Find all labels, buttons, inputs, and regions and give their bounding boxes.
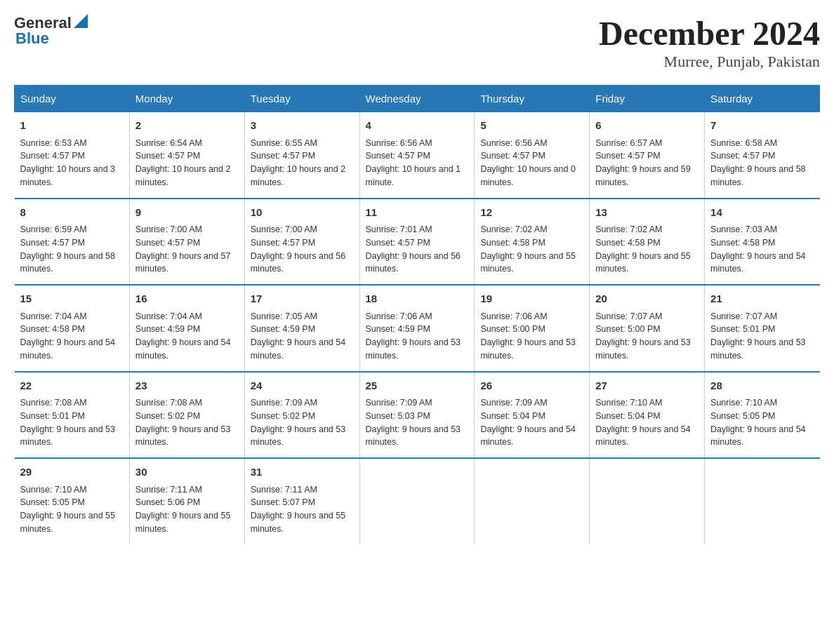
logo-blue-text: Blue: [15, 29, 49, 48]
day-info: Sunrise: 7:04 AMSunset: 4:59 PMDaylight:…: [135, 310, 239, 363]
calendar-week-row: 15Sunrise: 7:04 AMSunset: 4:58 PMDayligh…: [15, 285, 820, 372]
calendar-cell: [590, 458, 705, 544]
day-number: 30: [135, 464, 239, 481]
day-number: 9: [135, 205, 239, 221]
calendar-cell: 11Sunrise: 7:01 AMSunset: 4:57 PMDayligh…: [359, 199, 475, 286]
day-info: Sunrise: 7:00 AMSunset: 4:57 PMDaylight:…: [251, 223, 354, 276]
calendar-cell: 9Sunrise: 7:00 AMSunset: 4:57 PMDaylight…: [129, 199, 244, 286]
day-info: Sunrise: 7:07 AMSunset: 5:00 PMDaylight:…: [595, 310, 699, 363]
day-info: Sunrise: 7:10 AMSunset: 5:05 PMDaylight:…: [710, 396, 814, 449]
calendar-cell: 14Sunrise: 7:03 AMSunset: 4:58 PMDayligh…: [705, 199, 820, 286]
day-info: Sunrise: 7:00 AMSunset: 4:57 PMDaylight:…: [135, 223, 239, 276]
day-info: Sunrise: 7:11 AMSunset: 5:07 PMDaylight:…: [251, 483, 354, 536]
day-number: 7: [710, 118, 814, 134]
calendar-cell: 1Sunrise: 6:53 AMSunset: 4:57 PMDaylight…: [15, 112, 130, 199]
day-number: 4: [366, 118, 469, 134]
day-number: 21: [710, 291, 814, 307]
calendar-cell: 27Sunrise: 7:10 AMSunset: 5:04 PMDayligh…: [590, 372, 705, 459]
day-number: 5: [480, 118, 583, 134]
title-section: December 2024 Murree, Punjab, Pakistan: [599, 14, 820, 71]
day-number: 11: [366, 205, 469, 221]
calendar-cell: 25Sunrise: 7:09 AMSunset: 5:03 PMDayligh…: [359, 372, 475, 459]
calendar-cell: 18Sunrise: 7:06 AMSunset: 4:59 PMDayligh…: [359, 285, 475, 372]
calendar-cell: [359, 458, 475, 544]
calendar-cell: 24Sunrise: 7:09 AMSunset: 5:02 PMDayligh…: [244, 372, 359, 459]
day-info: Sunrise: 7:05 AMSunset: 4:59 PMDaylight:…: [251, 310, 354, 363]
day-info: Sunrise: 6:54 AMSunset: 4:57 PMDaylight:…: [135, 137, 239, 189]
col-monday: Monday: [129, 86, 244, 112]
day-number: 10: [251, 205, 354, 221]
location-title: Murree, Punjab, Pakistan: [599, 53, 820, 71]
calendar-cell: 28Sunrise: 7:10 AMSunset: 5:05 PMDayligh…: [705, 372, 820, 459]
day-info: Sunrise: 6:55 AMSunset: 4:57 PMDaylight:…: [251, 137, 354, 189]
col-sunday: Sunday: [15, 86, 130, 112]
calendar-table: Sunday Monday Tuesday Wednesday Thursday…: [14, 85, 820, 544]
day-number: 12: [480, 205, 583, 221]
calendar-cell: 20Sunrise: 7:07 AMSunset: 5:00 PMDayligh…: [590, 285, 705, 372]
day-number: 26: [480, 378, 583, 394]
day-number: 28: [710, 378, 814, 394]
calendar-cell: 23Sunrise: 7:08 AMSunset: 5:02 PMDayligh…: [129, 372, 244, 459]
day-number: 16: [135, 291, 239, 307]
calendar-cell: 2Sunrise: 6:54 AMSunset: 4:57 PMDaylight…: [129, 112, 244, 199]
day-info: Sunrise: 7:06 AMSunset: 5:00 PMDaylight:…: [480, 310, 583, 363]
day-number: 31: [251, 464, 354, 481]
day-info: Sunrise: 6:56 AMSunset: 4:57 PMDaylight:…: [480, 137, 583, 189]
day-info: Sunrise: 7:09 AMSunset: 5:03 PMDaylight:…: [366, 396, 469, 449]
calendar-cell: 31Sunrise: 7:11 AMSunset: 5:07 PMDayligh…: [244, 458, 359, 544]
day-info: Sunrise: 6:58 AMSunset: 4:57 PMDaylight:…: [710, 137, 814, 189]
day-info: Sunrise: 7:02 AMSunset: 4:58 PMDaylight:…: [595, 223, 699, 276]
day-number: 22: [20, 378, 124, 394]
calendar-week-row: 29Sunrise: 7:10 AMSunset: 5:05 PMDayligh…: [15, 458, 820, 544]
logo-triangle-icon: [74, 14, 88, 28]
day-number: 18: [366, 291, 469, 307]
day-number: 29: [20, 464, 124, 481]
day-info: Sunrise: 7:03 AMSunset: 4:58 PMDaylight:…: [710, 223, 814, 276]
day-number: 13: [595, 205, 699, 221]
calendar-cell: 3Sunrise: 6:55 AMSunset: 4:57 PMDaylight…: [244, 112, 359, 199]
day-number: 24: [251, 378, 354, 394]
col-wednesday: Wednesday: [359, 86, 475, 112]
day-number: 3: [251, 118, 354, 134]
col-friday: Friday: [590, 86, 705, 112]
day-number: 6: [595, 118, 699, 134]
calendar-cell: 29Sunrise: 7:10 AMSunset: 5:05 PMDayligh…: [15, 458, 130, 544]
day-number: 23: [135, 378, 239, 394]
calendar-cell: 6Sunrise: 6:57 AMSunset: 4:57 PMDaylight…: [590, 112, 705, 199]
calendar-cell: 19Sunrise: 7:06 AMSunset: 5:00 PMDayligh…: [475, 285, 590, 372]
logo: General Blue: [14, 14, 88, 48]
day-info: Sunrise: 7:09 AMSunset: 5:02 PMDaylight:…: [251, 396, 354, 449]
day-number: 15: [20, 291, 124, 307]
calendar-cell: 8Sunrise: 6:59 AMSunset: 4:57 PMDaylight…: [15, 199, 130, 286]
day-number: 20: [595, 291, 699, 307]
calendar-cell: 16Sunrise: 7:04 AMSunset: 4:59 PMDayligh…: [129, 285, 244, 372]
calendar-week-row: 22Sunrise: 7:08 AMSunset: 5:01 PMDayligh…: [15, 372, 820, 459]
day-info: Sunrise: 7:01 AMSunset: 4:57 PMDaylight:…: [366, 223, 469, 276]
calendar-cell: 22Sunrise: 7:08 AMSunset: 5:01 PMDayligh…: [15, 372, 130, 459]
day-info: Sunrise: 7:07 AMSunset: 5:01 PMDaylight:…: [710, 310, 814, 363]
day-info: Sunrise: 6:56 AMSunset: 4:57 PMDaylight:…: [366, 137, 469, 189]
day-info: Sunrise: 6:57 AMSunset: 4:57 PMDaylight:…: [595, 137, 699, 189]
day-info: Sunrise: 7:09 AMSunset: 5:04 PMDaylight:…: [480, 396, 583, 449]
col-tuesday: Tuesday: [244, 86, 359, 112]
day-info: Sunrise: 7:10 AMSunset: 5:04 PMDaylight:…: [595, 396, 699, 449]
day-info: Sunrise: 7:11 AMSunset: 5:06 PMDaylight:…: [135, 483, 239, 536]
day-info: Sunrise: 7:08 AMSunset: 5:01 PMDaylight:…: [20, 396, 124, 449]
month-title: December 2024: [599, 14, 820, 53]
calendar-cell: 15Sunrise: 7:04 AMSunset: 4:58 PMDayligh…: [15, 285, 130, 372]
day-number: 2: [135, 118, 239, 134]
day-number: 14: [710, 205, 814, 221]
calendar-cell: 26Sunrise: 7:09 AMSunset: 5:04 PMDayligh…: [475, 372, 590, 459]
page-header: General Blue December 2024 Murree, Punja…: [14, 14, 820, 71]
day-info: Sunrise: 6:53 AMSunset: 4:57 PMDaylight:…: [20, 137, 124, 189]
calendar-week-row: 8Sunrise: 6:59 AMSunset: 4:57 PMDaylight…: [15, 199, 820, 286]
col-saturday: Saturday: [705, 86, 820, 112]
svg-marker-0: [74, 14, 88, 28]
day-number: 25: [366, 378, 469, 394]
col-thursday: Thursday: [475, 86, 590, 112]
calendar-cell: 21Sunrise: 7:07 AMSunset: 5:01 PMDayligh…: [705, 285, 820, 372]
calendar-cell: 30Sunrise: 7:11 AMSunset: 5:06 PMDayligh…: [129, 458, 244, 544]
calendar-cell: 5Sunrise: 6:56 AMSunset: 4:57 PMDaylight…: [475, 112, 590, 199]
day-info: Sunrise: 7:10 AMSunset: 5:05 PMDaylight:…: [20, 483, 124, 536]
calendar-cell: 12Sunrise: 7:02 AMSunset: 4:58 PMDayligh…: [475, 199, 590, 286]
